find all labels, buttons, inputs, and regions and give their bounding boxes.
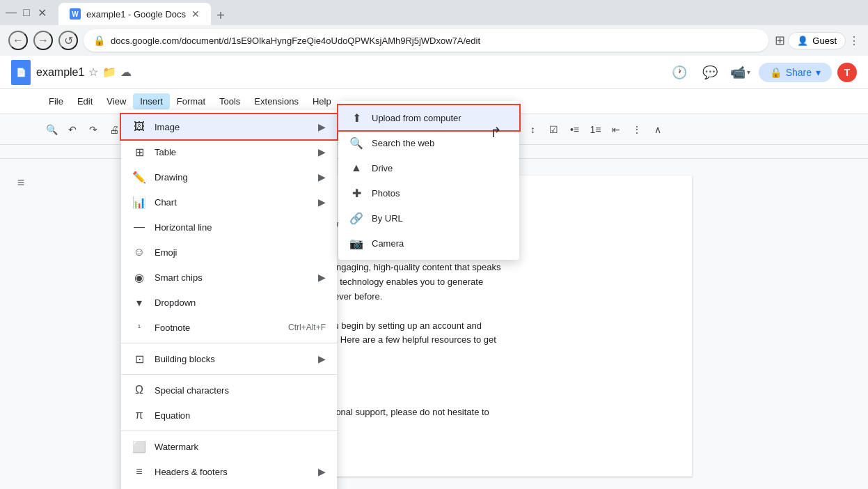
insert-chart-item[interactable]: 📊 Chart ▶ [121,189,337,215]
indent-decrease-button[interactable]: ⇤ [606,120,626,139]
insert-smartchips-item[interactable]: ◉ Smart chips ▶ [121,265,337,290]
reload-button[interactable]: ↺ [58,31,78,50]
url-text: docs.google.com/document/d/1sE9OlkaHyngF… [111,36,759,46]
image-menu-arrow: ▶ [318,121,326,132]
bullet-list-button[interactable]: •≡ [565,120,584,139]
insert-specialchars-item[interactable]: Ω Special characters [121,378,337,403]
insert-drawing-item[interactable]: ✏️ Drawing ▶ [121,164,337,189]
close-button[interactable]: ✕ [36,7,47,18]
drive-item[interactable]: ▲ Drive [338,155,519,180]
chrome-menu-button[interactable]: ⋮ [849,35,860,46]
insert-menu: 🖼 Image ▶ ⊞ Table ▶ ✏️ Drawing ▶ 📊 Chart… [121,110,337,489]
line-spacing-button[interactable]: ↕ [523,120,542,139]
bookmark-icon[interactable]: ☆ [88,65,98,79]
menu-divider-1 [121,343,337,343]
specialchars-menu-label: Special characters [155,385,326,396]
share-button[interactable]: 🔒 Share ▾ [759,63,832,82]
search-web-label: Search the web [372,138,434,148]
insert-table-item[interactable]: ⊞ Table ▶ [121,139,337,164]
insert-dropdown-item[interactable]: ▾ Dropdown [121,290,337,315]
photos-item[interactable]: ✚ Photos [338,180,519,205]
active-tab[interactable]: W example1 - Google Docs ✕ [58,3,211,25]
table-menu-icon: ⊞ [132,145,146,159]
menu-format[interactable]: Format [170,93,212,109]
camera-label: Camera [372,238,404,249]
lock-icon: 🔒 [770,67,782,78]
camera-item[interactable]: 📷 Camera [338,231,519,256]
photos-icon: ✚ [349,186,363,200]
search-button[interactable]: 🔍 [42,120,61,139]
by-url-item[interactable]: 🔗 By URL [338,205,519,231]
image-menu-label: Image [155,122,310,132]
omnibox-bar: ← → ↺ 🔒 docs.google.com/document/d/1sE9O… [0,25,868,56]
address-bar[interactable]: 🔒 docs.google.com/document/d/1sE9OlkaHyn… [84,29,768,52]
tab-close-button[interactable]: ✕ [191,8,200,20]
forward-button[interactable]: → [33,31,53,50]
drawing-menu-label: Drawing [155,172,310,183]
collapse-toolbar-button[interactable]: ∧ [648,120,668,139]
docs-logo-text: 📄 [16,68,26,77]
back-button[interactable]: ← [8,31,28,50]
comment-button[interactable]: 💬 [697,60,723,85]
menu-help[interactable]: Help [306,93,338,109]
buildingblocks-menu-arrow: ▶ [318,353,326,364]
minimize-button[interactable]: — [6,7,17,18]
chart-menu-icon: 📊 [132,195,146,209]
equation-menu-icon: π [132,408,146,422]
insert-emoji-item[interactable]: ☺ Emoji [121,240,337,265]
insert-footnote-item[interactable]: ¹ Footnote Ctrl+Alt+F [121,315,337,340]
menu-view[interactable]: View [100,93,133,109]
new-tab-button[interactable]: + [211,6,230,25]
menu-extensions[interactable]: Extensions [247,93,306,109]
security-icon: 🔒 [93,35,105,46]
menu-insert[interactable]: Insert [133,93,170,109]
search-web-icon: 🔍 [349,136,363,150]
folder-icon[interactable]: 📁 [102,65,116,79]
history-button[interactable]: 🕐 [667,60,692,85]
guest-button[interactable]: 👤 Guest [788,32,846,49]
cloud-icon[interactable]: ☁ [120,65,132,79]
footnote-shortcut: Ctrl+Alt+F [288,323,326,332]
insert-buildingblocks-item[interactable]: ⊡ Building blocks ▶ [121,346,337,371]
menu-file[interactable]: File [42,93,70,109]
dropdown-menu-icon: ▾ [132,295,146,309]
docs-header: 📄 example1 ☆ 📁 ☁ 🕐 💬 📹▾ 🔒 Share ▾ T [0,56,868,89]
user-avatar[interactable]: T [837,63,857,82]
checklist-button[interactable]: ☑ [544,120,563,139]
upload-computer-label: Upload from computer [372,113,461,123]
drive-icon: ▲ [349,161,363,175]
smartchips-menu-arrow: ▶ [318,272,326,283]
insert-equation-item[interactable]: π Equation [121,403,337,428]
redo-button[interactable]: ↷ [84,120,103,139]
menu-divider-2 [121,374,337,375]
more-options-button[interactable]: ⋮ [627,120,647,139]
insert-hline-item[interactable]: — Horizontal line [121,215,337,240]
menu-edit[interactable]: Edit [70,93,100,109]
undo-button[interactable]: ↶ [63,120,82,139]
insert-watermark-item[interactable]: ⬜ Watermark [121,434,337,459]
dropdown-menu-label: Dropdown [155,297,326,308]
menu-tools[interactable]: Tools [212,93,247,109]
insert-image-item[interactable]: 🖼 Image ▶ [121,114,337,139]
upload-icon: ⬆ [349,111,363,125]
drawing-menu-icon: ✏️ [132,170,146,184]
docs-logo: 📄 [11,60,31,85]
image-menu-icon: 🖼 [132,120,146,134]
insert-pagenumbers-item[interactable]: # Page numbers ▶ [121,484,337,489]
chart-menu-label: Chart [155,197,310,208]
doc-title-area: example1 ☆ 📁 ☁ [36,65,132,79]
maximize-button[interactable]: □ [21,7,32,18]
search-web-item[interactable]: 🔍 Search the web [338,130,519,155]
emoji-menu-label: Emoji [155,247,326,258]
doc-title: example1 [36,66,84,79]
table-menu-label: Table [155,147,310,157]
window-controls: — □ ✕ [6,7,47,18]
hline-menu-icon: — [132,220,146,234]
outline-icon[interactable]: ≡ [8,170,33,195]
extensions-button[interactable]: ⊞ [774,35,785,46]
camera-icon: 📷 [349,236,363,250]
meeting-button[interactable]: 📹▾ [728,60,753,85]
upload-computer-item[interactable]: ⬆ Upload from computer [338,105,519,130]
insert-headersfooters-item[interactable]: ≡ Headers & footers ▶ [121,459,337,484]
numbered-list-button[interactable]: 1≡ [585,120,605,139]
